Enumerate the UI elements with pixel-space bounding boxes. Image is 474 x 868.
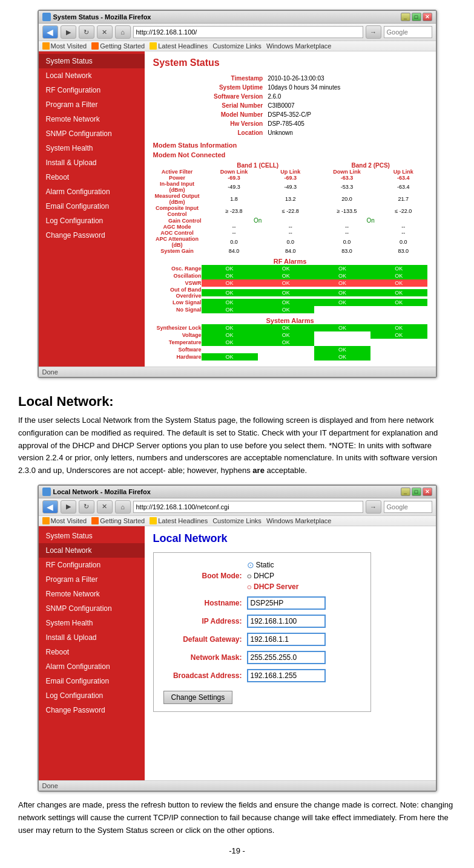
maximize-button-2[interactable]: □ bbox=[412, 488, 421, 496]
sidebar-item-reboot-2[interactable]: Reboot bbox=[39, 645, 145, 659]
search-bar[interactable] bbox=[384, 26, 432, 38]
bookmark-most-visited[interactable]: Most Visited bbox=[42, 42, 87, 50]
go-button[interactable]: → bbox=[366, 25, 381, 39]
bookmark2-customize[interactable]: Customize Links bbox=[212, 517, 262, 524]
bookmark2-marketplace[interactable]: Windows Marketplace bbox=[266, 517, 332, 524]
synth-3: OK bbox=[314, 324, 370, 331]
bookmark-marketplace[interactable]: Windows Marketplace bbox=[266, 42, 332, 50]
address-bar-1[interactable] bbox=[133, 26, 363, 38]
sidebar-item-rf-config-1[interactable]: RF Configuration bbox=[39, 83, 145, 97]
boot-dhcp-option[interactable]: ○ DHCP bbox=[247, 571, 299, 581]
go-button-2[interactable]: → bbox=[366, 500, 381, 514]
sidebar-item-email-config-2[interactable]: Email Configuration bbox=[39, 674, 145, 688]
sidebar-item-alarm-config-2[interactable]: Alarm Configuration bbox=[39, 659, 145, 674]
boot-dhcp-server-option[interactable]: ○ DHCP Server bbox=[247, 582, 299, 592]
bookmark-customize[interactable]: Customize Links bbox=[212, 42, 262, 50]
sidebar-item-system-status-1[interactable]: System Status bbox=[39, 54, 145, 68]
sw-version-value: 2.6.0 bbox=[266, 93, 426, 100]
gateway-input[interactable] bbox=[247, 633, 326, 646]
oob-b1-ul: OK bbox=[258, 289, 314, 296]
firefox-icon bbox=[42, 13, 51, 21]
back-button[interactable]: ◀ bbox=[42, 25, 58, 39]
synth-1: OK bbox=[202, 324, 258, 331]
power-b2-ul: -63.4 bbox=[380, 175, 427, 181]
sidebar-item-reboot-1[interactable]: Reboot bbox=[39, 170, 145, 184]
sidebar-item-remote-network-2[interactable]: Remote Network bbox=[39, 587, 145, 601]
sidebar-item-alarm-config-1[interactable]: Alarm Configuration bbox=[39, 184, 145, 199]
sidebar-2: System Status Local Network RF Configura… bbox=[39, 526, 145, 780]
bookmark2-latest-headlines[interactable]: Latest Headlines bbox=[150, 517, 208, 524]
search-bar-2[interactable] bbox=[384, 501, 432, 513]
bookmark-latest-headlines[interactable]: Latest Headlines bbox=[150, 42, 208, 50]
browser-title-1: System Status - Mozilla Firefox bbox=[53, 13, 151, 21]
location-label: Location bbox=[154, 129, 265, 137]
forward-button[interactable]: ▶ bbox=[61, 25, 76, 39]
bookmark2-label-2: Getting Started bbox=[100, 517, 145, 524]
maximize-button[interactable]: □ bbox=[412, 13, 421, 21]
ul-label-2: Up Link bbox=[380, 169, 427, 175]
gain-control-label: Gain Control bbox=[153, 217, 202, 224]
titlebar-1: System Status - Mozilla Firefox _ □ ✕ bbox=[39, 11, 436, 24]
boot-mode-options: ⊙ Static ○ DHCP ○ DHCP Server bbox=[247, 560, 299, 592]
measured-b1-ul: 13.2 bbox=[267, 193, 314, 205]
inband-b2-ul: -63.4 bbox=[380, 181, 427, 193]
sidebar-item-remote-network-1[interactable]: Remote Network bbox=[39, 112, 145, 126]
agc-mode-b2-ul: -- bbox=[380, 224, 427, 230]
sidebar-item-program-filter-1[interactable]: Program a Filter bbox=[39, 97, 145, 112]
bookmark2-most-visited[interactable]: Most Visited bbox=[42, 517, 87, 524]
refresh-button-2[interactable]: ↻ bbox=[79, 500, 94, 514]
minimize-button-2[interactable]: _ bbox=[401, 488, 410, 496]
sidebar-item-rf-config-2[interactable]: RF Configuration bbox=[39, 558, 145, 572]
change-settings-button[interactable]: Change Settings bbox=[163, 691, 233, 704]
ip-input[interactable] bbox=[247, 615, 326, 628]
bookmark2-label-3: Latest Headlines bbox=[158, 517, 208, 524]
section-body-1: If the user selects Local Network from t… bbox=[18, 414, 456, 477]
sidebar-item-email-config-1[interactable]: Email Configuration bbox=[39, 199, 145, 214]
location-value: Unknown bbox=[266, 129, 426, 137]
bookmark2-icon-3 bbox=[150, 517, 157, 524]
sidebar-item-system-status-2[interactable]: System Status bbox=[39, 529, 145, 543]
refresh-button[interactable]: ↻ bbox=[79, 25, 94, 39]
composite-b1-dl: ≥ -23.8 bbox=[202, 205, 267, 217]
composite-b1-ul: ≤ -22.8 bbox=[267, 205, 314, 217]
sidebar-item-snmp-1[interactable]: SNMP Configuration bbox=[39, 126, 145, 141]
close-button[interactable]: ✕ bbox=[423, 13, 432, 21]
ip-label: IP Address: bbox=[163, 617, 242, 625]
measured-b1-dl: 1.8 bbox=[202, 193, 267, 205]
sidebar-item-install-upload-1[interactable]: Install & Upload bbox=[39, 155, 145, 170]
sidebar-item-log-config-2[interactable]: Log Configuration bbox=[39, 688, 145, 703]
address-bar-2[interactable] bbox=[133, 501, 363, 513]
home-button[interactable]: ⌂ bbox=[115, 25, 131, 39]
broadcast-input[interactable] bbox=[247, 669, 326, 682]
sidebar-item-snmp-2[interactable]: SNMP Configuration bbox=[39, 601, 145, 616]
bold-are: are bbox=[252, 466, 265, 475]
sidebar-item-system-health-2[interactable]: System Health bbox=[39, 616, 145, 630]
bookmark2-getting-started[interactable]: Getting Started bbox=[91, 517, 145, 524]
sidebar-item-change-password-2[interactable]: Change Password bbox=[39, 703, 145, 717]
home-button-2[interactable]: ⌂ bbox=[115, 500, 131, 514]
hostname-row: Hostname: bbox=[163, 596, 361, 610]
mask-row: Network Mask: bbox=[163, 651, 361, 664]
back-button-2[interactable]: ◀ bbox=[42, 500, 58, 514]
close-button-2[interactable]: ✕ bbox=[423, 488, 432, 496]
boot-static-option[interactable]: ⊙ Static bbox=[247, 560, 299, 570]
stop-button[interactable]: ✕ bbox=[97, 25, 113, 39]
minimize-button[interactable]: _ bbox=[401, 13, 410, 21]
sidebar-item-local-network-1[interactable]: Local Network bbox=[39, 68, 145, 83]
mask-input[interactable] bbox=[247, 651, 326, 664]
osc-range-b1-dl: OK bbox=[202, 265, 258, 272]
sidebar-item-system-health-1[interactable]: System Health bbox=[39, 141, 145, 155]
lowsig-b2-ul: OK bbox=[370, 299, 427, 306]
bookmark-getting-started[interactable]: Getting Started bbox=[91, 42, 145, 50]
sidebar-item-local-network-2[interactable]: Local Network bbox=[39, 543, 145, 558]
hostname-input[interactable] bbox=[247, 596, 326, 610]
stop-button-2[interactable]: ✕ bbox=[97, 500, 113, 514]
gateway-row: Default Gateway: bbox=[163, 633, 361, 646]
sidebar-item-change-password-1[interactable]: Change Password bbox=[39, 228, 145, 243]
sidebar-item-install-upload-2[interactable]: Install & Upload bbox=[39, 630, 145, 645]
forward-button-2[interactable]: ▶ bbox=[61, 500, 76, 514]
mask-label: Network Mask: bbox=[163, 653, 242, 662]
sidebar-item-program-filter-2[interactable]: Program a Filter bbox=[39, 572, 145, 587]
sysgain-b2-ul: 83.0 bbox=[380, 248, 427, 254]
sidebar-item-log-config-1[interactable]: Log Configuration bbox=[39, 214, 145, 228]
